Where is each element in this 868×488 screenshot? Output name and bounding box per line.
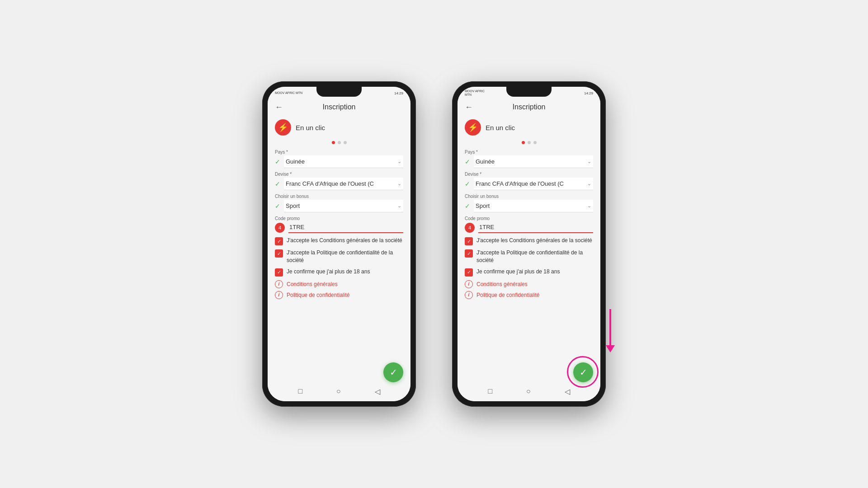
devise-label-1: Devise * <box>275 172 403 177</box>
checkbox-terms-2: ✓ J'accepte les Conditions générales de … <box>465 237 593 245</box>
en-un-clic-section-1: ⚡ En un clic <box>275 115 403 139</box>
devise-value-2: Franc CFA d'Afrique de l'Ouest (C <box>476 180 564 187</box>
app-content-1: ⚡ En un clic Pays * ✓ Guinée <box>268 115 410 381</box>
pays-row-1: ✓ Guinée ⌄ <box>275 155 403 168</box>
submit-button-1[interactable]: ✓ <box>383 362 403 382</box>
checkbox-privacy-2: ✓ J'accepte la Politique de confidential… <box>465 249 593 264</box>
devise-value-1: Franc CFA d'Afrique de l'Ouest (C <box>286 180 374 187</box>
dot-2-2 <box>528 141 531 144</box>
pays-label-2: Pays * <box>465 150 593 155</box>
en-un-clic-section-2: ⚡ En un clic <box>465 115 593 139</box>
privacy-text-2[interactable]: Politique de confidentialité <box>476 292 539 298</box>
conditions-text-2[interactable]: Conditions générales <box>476 281 528 287</box>
bolt-symbol-2: ⚡ <box>468 122 478 132</box>
bonus-arrow-1: ⌄ <box>397 203 401 209</box>
checkbox-privacy-icon-1[interactable]: ✓ <box>275 249 283 258</box>
bonus-value-1: Sport <box>286 202 300 209</box>
devise-field-1: Devise * ✓ Franc CFA d'Afrique de l'Oues… <box>275 172 403 190</box>
conditions-text-1[interactable]: Conditions générales <box>287 281 338 287</box>
app-content-2: ⚡ En un clic Pays * ✓ Guinée <box>458 115 600 381</box>
arrow-line <box>609 309 611 345</box>
screen-title-1: Inscription <box>323 103 356 111</box>
checkbox-terms-1: ✓ J'accepte les Conditions générales de … <box>275 237 403 245</box>
nav-back-1[interactable]: ◁ <box>375 387 380 396</box>
pays-check-2: ✓ <box>465 158 470 165</box>
info-icon-conditions-2: i <box>465 280 473 288</box>
bolt-icon-2: ⚡ <box>465 119 481 136</box>
checkbox-privacy-icon-2[interactable]: ✓ <box>465 249 473 258</box>
bonus-value-2: Sport <box>476 202 490 209</box>
arrow-head <box>606 345 615 352</box>
phone-1: MOOV AFRIC MTN 14:29 ← Inscription ⚡ En … <box>262 81 416 407</box>
checkbox-age-1: ✓ Je confirme que j'ai plus de 18 ans <box>275 268 403 277</box>
devise-select-2[interactable]: Franc CFA d'Afrique de l'Ouest (C ⌄ <box>474 178 593 190</box>
checkbox-terms-text-1: J'accepte les Conditions générales de la… <box>287 237 402 244</box>
pays-row-2: ✓ Guinée ⌄ <box>465 155 593 168</box>
nav-square-1[interactable]: □ <box>298 387 302 395</box>
step-number-2: 4 <box>465 223 475 233</box>
checkbox-age-2: ✓ Je confirme que j'ai plus de 18 ans <box>465 268 593 277</box>
nav-circle-1[interactable]: ○ <box>336 387 341 395</box>
bonus-row-2: ✓ Sport ⌄ <box>465 200 593 212</box>
devise-row-2: ✓ Franc CFA d'Afrique de l'Ouest (C ⌄ <box>465 178 593 190</box>
bonus-row-1: ✓ Sport ⌄ <box>275 200 403 212</box>
bonus-label-2: Choisir un bonus <box>465 194 593 199</box>
nav-bar-1: □ ○ ◁ <box>268 381 410 401</box>
pays-field-2: Pays * ✓ Guinée ⌄ <box>465 150 593 168</box>
phone-2: MOOV AFRICMTN 14:29 ← Inscription ⚡ En u… <box>452 81 606 407</box>
pays-value-2: Guinée <box>476 158 495 165</box>
checkbox-age-text-2: Je confirme que j'ai plus de 18 ans <box>476 268 560 276</box>
progress-dots-1 <box>275 139 403 150</box>
devise-select-1[interactable]: Franc CFA d'Afrique de l'Ouest (C ⌄ <box>284 178 403 190</box>
pays-field-1: Pays * ✓ Guinée ⌄ <box>275 150 403 168</box>
back-button-1[interactable]: ← <box>275 103 283 112</box>
devise-label-2: Devise * <box>465 172 593 177</box>
app-header-2: ← Inscription <box>458 99 600 115</box>
bonus-select-1[interactable]: Sport ⌄ <box>284 200 403 212</box>
pays-arrow-2: ⌄ <box>587 159 591 164</box>
bonus-select-2[interactable]: Sport ⌄ <box>474 200 593 212</box>
checkbox-privacy-text-2: J'accepte la Politique de confidentialit… <box>476 249 593 264</box>
nav-circle-2[interactable]: ○ <box>526 387 531 395</box>
checkbox-terms-icon-2[interactable]: ✓ <box>465 237 473 245</box>
nav-back-2[interactable]: ◁ <box>565 387 570 396</box>
devise-arrow-1: ⌄ <box>397 181 401 187</box>
nav-square-2[interactable]: □ <box>488 387 492 395</box>
promo-input-1[interactable] <box>288 222 403 233</box>
pays-select-2[interactable]: Guinée ⌄ <box>474 155 593 168</box>
privacy-link-1: i Politique de confidentialité <box>275 291 403 299</box>
bonus-check-1: ✓ <box>275 202 280 210</box>
back-button-2[interactable]: ← <box>465 103 473 112</box>
checkbox-age-icon-1[interactable]: ✓ <box>275 268 283 277</box>
devise-field-2: Devise * ✓ Franc CFA d'Afrique de l'Oues… <box>465 172 593 190</box>
en-un-clic-label-1: En un clic <box>296 124 325 131</box>
code-promo-label-2: Code promo <box>465 216 593 221</box>
dot-1-active-2 <box>522 141 525 144</box>
checkbox-privacy-1: ✓ J'accepte la Politique de confidential… <box>275 249 403 264</box>
promo-input-2[interactable] <box>478 222 593 233</box>
phone-frame-1: MOOV AFRIC MTN 14:29 ← Inscription ⚡ En … <box>262 81 416 407</box>
privacy-text-1[interactable]: Politique de confidentialité <box>287 292 349 298</box>
pays-arrow-1: ⌄ <box>397 159 401 164</box>
phone-frame-2: MOOV AFRICMTN 14:29 ← Inscription ⚡ En u… <box>452 81 606 407</box>
checkbox-age-text-1: Je confirme que j'ai plus de 18 ans <box>287 268 370 276</box>
bonus-arrow-2: ⌄ <box>587 203 591 209</box>
checkbox-age-icon-2[interactable]: ✓ <box>465 268 473 277</box>
checkbox-privacy-text-1: J'accepte la Politique de confidentialit… <box>287 249 403 264</box>
devise-check-1: ✓ <box>275 180 280 188</box>
dot-1-active <box>332 141 335 144</box>
info-icon-privacy-2: i <box>465 291 473 299</box>
pays-select-1[interactable]: Guinée ⌄ <box>284 155 403 168</box>
pays-value-1: Guinée <box>286 158 305 165</box>
conditions-link-2: i Conditions générales <box>465 280 593 288</box>
carrier-text-2: MOOV AFRICMTN <box>465 89 485 97</box>
bonus-field-1: Choisir un bonus ✓ Sport ⌄ <box>275 194 403 212</box>
checkbox-terms-text-2: J'accepte les Conditions générales de la… <box>476 237 592 244</box>
checkbox-terms-icon-1[interactable]: ✓ <box>275 237 283 245</box>
devise-row-1: ✓ Franc CFA d'Afrique de l'Ouest (C ⌄ <box>275 178 403 190</box>
info-icon-privacy-1: i <box>275 291 283 299</box>
step-number-1: 4 <box>275 223 285 233</box>
dot-3 <box>344 141 347 144</box>
bolt-icon-1: ⚡ <box>275 119 291 136</box>
progress-dots-2 <box>465 139 593 150</box>
